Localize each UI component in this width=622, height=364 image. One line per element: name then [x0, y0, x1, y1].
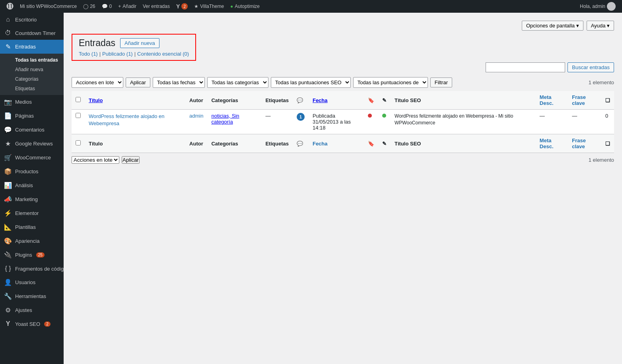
post-title-link[interactable]: WordPress felizmente alojado en Webempre…	[89, 113, 165, 126]
sidebar-item-plugins[interactable]: 🔌 Plugins 25	[0, 248, 64, 262]
date-sort-link[interactable]: Fecha	[313, 97, 328, 103]
avatar	[607, 2, 616, 11]
th-comments: 💬	[293, 91, 309, 110]
sidebar-item-medios[interactable]: 📷 Medios	[0, 95, 64, 109]
sidebar-item-fragmentos[interactable]: { } Fragmentos de código	[0, 262, 64, 275]
plus-icon: +	[118, 4, 121, 9]
sidebar-item-ajustes[interactable]: ⚙ Ajustes	[0, 303, 64, 317]
tfoot-comments: 💬	[293, 134, 309, 153]
table-header-row: Título Autor Categorías Etiquetas 💬 Fech…	[72, 91, 614, 110]
yoast-link[interactable]: Y 2	[173, 0, 191, 13]
admin-user[interactable]: Hola, admin	[577, 0, 619, 13]
autoptimize-link[interactable]: ● Autoptimize	[227, 0, 263, 13]
filter-todo[interactable]: Todo (1)	[79, 51, 98, 57]
submenu-add-new[interactable]: Añadir nueva	[0, 65, 64, 74]
filter-contenido[interactable]: Contenido esencial (0)	[137, 51, 189, 57]
dates-filter[interactable]: Todas las fechas	[153, 77, 205, 88]
tfoot-seo2: ✎	[378, 134, 391, 153]
top-tablenav: Acciones en lote Aplicar Todas las fecha…	[72, 77, 614, 88]
sidebar-item-apariencia[interactable]: 🎨 Apariencia	[0, 234, 64, 248]
timer-icon: ⏱	[4, 29, 12, 37]
updates[interactable]: ◯ 26	[80, 0, 98, 13]
sidebar-item-usuarios[interactable]: 👤 Usuarios	[0, 275, 64, 289]
th-title[interactable]: Título	[85, 91, 185, 110]
row-date-cell: Publicada 31/05/2013 a las 14:18	[309, 110, 364, 134]
comments-link[interactable]: 💬 0	[99, 0, 115, 13]
comment-count-badge[interactable]: 1	[297, 113, 305, 121]
sidebar-item-analisis[interactable]: 📊 Análisis	[0, 178, 64, 192]
sidebar-item-escritorio[interactable]: ⌂ Escritorio	[0, 13, 64, 26]
batch-action-select[interactable]: Acciones en lote	[72, 77, 123, 88]
woo-icon: 🛒	[4, 154, 12, 161]
sidebar-item-yoast[interactable]: Y Yoast SEO 2	[0, 317, 64, 331]
row-frase-clave-cell: —	[568, 110, 601, 134]
sidebar-item-comentarios[interactable]: 💬 Comentarios	[0, 123, 64, 137]
filter-publicado[interactable]: Publicado (1)	[102, 51, 133, 57]
posts-table: Título Autor Categorías Etiquetas 💬 Fech…	[72, 91, 614, 153]
tfoot-seo-title: Título SEO	[391, 134, 536, 153]
code-icon: { }	[4, 265, 12, 272]
updates-icon: ◯	[83, 4, 88, 9]
sidebar-item-paginas[interactable]: 📄 Páginas	[0, 109, 64, 123]
row-checkbox[interactable]	[76, 113, 81, 118]
tfoot-checkbox	[72, 134, 85, 153]
apply-button[interactable]: Aplicar	[126, 77, 150, 87]
add-new-button[interactable]: Añadir nueva	[120, 38, 159, 48]
select-all-checkbox[interactable]	[76, 97, 81, 102]
th-meta-desc: Meta Desc.	[536, 91, 568, 110]
sidebar-item-plantillas[interactable]: 📐 Plantillas	[0, 220, 64, 234]
submenu-etiquetas[interactable]: Etiquetas	[0, 84, 64, 93]
help-button[interactable]: Ayuda ▾	[587, 21, 614, 31]
tfoot-tags: Etiquetas	[261, 134, 293, 153]
row-title-cell: WordPress felizmente alojado en Webempre…	[85, 110, 185, 134]
villatheme-link[interactable]: ★ VillaTheme	[191, 0, 227, 13]
search-button[interactable]: Buscar entradas	[568, 62, 614, 72]
sidebar-item-productos[interactable]: 📦 Productos	[0, 165, 64, 178]
comments-menu-icon: 💬	[4, 126, 12, 134]
row-seo-dot1-cell	[364, 110, 378, 134]
categories-link[interactable]: noticias, Sin categoría	[211, 113, 239, 125]
bottom-batch-action-select[interactable]: Acciones en lote	[72, 156, 119, 164]
search-bar: Buscar entradas	[72, 62, 614, 72]
submenu-all-entradas[interactable]: Todas las entradas	[0, 55, 64, 65]
sidebar-item-elementor[interactable]: ⚡ Elementor	[0, 206, 64, 220]
home-icon: ⌂	[4, 16, 12, 23]
th-date[interactable]: Fecha	[309, 91, 364, 110]
wp-icon: ⓫	[6, 2, 14, 11]
users-icon: 👤	[4, 279, 12, 286]
sidebar-item-herramientas[interactable]: 🔧 Herramientas	[0, 289, 64, 303]
tfoot-frase-clave: Frase clave	[568, 134, 601, 153]
tfoot-date[interactable]: Fecha	[309, 134, 364, 153]
seo-filter[interactable]: Todas las puntuaciones SEO	[271, 77, 351, 88]
circle-icon: ●	[230, 4, 233, 9]
th-author: Autor	[185, 91, 207, 110]
comments-col-icon: 💬	[297, 97, 303, 103]
cats-filter[interactable]: Todas las categorías	[207, 77, 268, 88]
posts-tbody: WordPress felizmente alojado en Webempre…	[72, 110, 614, 134]
th-categories: Categorías	[207, 91, 261, 110]
sidebar-item-google-reviews[interactable]: ★ Google Reviews	[0, 137, 64, 151]
sidebar-item-woocommerce[interactable]: 🛒 WooCommerce	[0, 151, 64, 165]
tools-icon: 🔧	[4, 292, 12, 300]
wp-logo[interactable]: ⓫	[3, 0, 17, 13]
th-seo-title: Título SEO	[391, 91, 536, 110]
tfoot-author: Autor	[185, 134, 207, 153]
bottom-apply-button[interactable]: Aplicar	[122, 156, 140, 164]
author-link[interactable]: admin	[189, 113, 203, 119]
sidebar-item-marketing[interactable]: 📣 Marketing	[0, 192, 64, 206]
screen-options-button[interactable]: Opciones de pantalla ▾	[522, 21, 583, 31]
submenu-categorias[interactable]: Categorías	[0, 74, 64, 84]
filter-button[interactable]: Filtrar	[430, 77, 452, 87]
sidebar-item-entradas[interactable]: ✎ Entradas	[0, 40, 64, 54]
site-name[interactable]: Mi sitio WPWooCommerce	[17, 0, 80, 13]
row-tags-cell: —	[261, 110, 293, 134]
title-sort-link[interactable]: Título	[89, 97, 103, 103]
add-new-link[interactable]: + Añadir	[115, 0, 140, 13]
select-all-footer-checkbox[interactable]	[76, 140, 81, 145]
sidebar-item-countdown[interactable]: ⏱ Countdown Timer	[0, 26, 64, 40]
media-icon: 📷	[4, 98, 12, 106]
seo2-filter[interactable]: Todas las puntuaciones de	[353, 77, 428, 88]
ver-entradas-link[interactable]: Ver entradas	[140, 0, 173, 13]
tfoot-date-link[interactable]: Fecha	[313, 141, 328, 147]
search-input[interactable]	[486, 62, 565, 72]
